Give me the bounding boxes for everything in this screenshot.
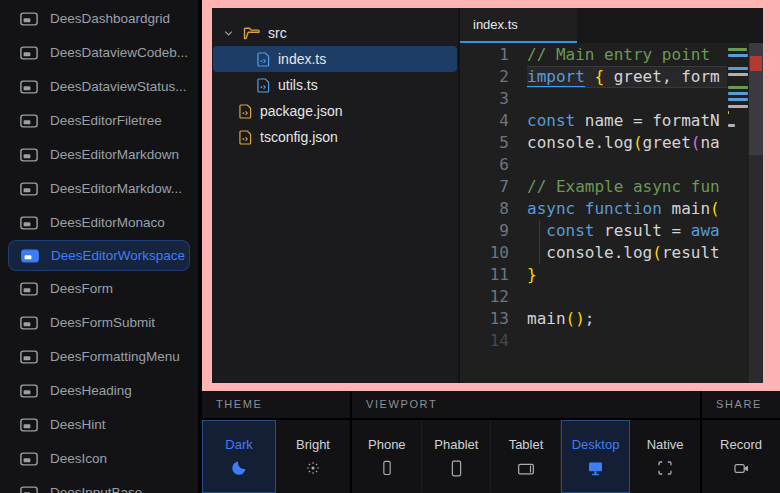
folder-open-icon — [243, 26, 260, 41]
filetree-row-label: package.json — [260, 103, 343, 119]
filetree-row-src[interactable]: src — [213, 20, 457, 46]
line-number-gutter: 1234567891011121314 — [460, 43, 517, 383]
sidebar-item-deesinputbase[interactable]: DeesInputBase — [8, 476, 190, 493]
filetree-row-label: utils.ts — [278, 77, 318, 93]
theme-dark-button[interactable]: Dark — [202, 420, 276, 493]
sidebar-item-deeseditormarkdow[interactable]: DeesEditorMarkdow... — [8, 172, 190, 205]
code-token: // Main entry point — [527, 45, 710, 64]
filetree-row-index-ts[interactable]: index.ts — [213, 46, 457, 72]
sidebar-item-deesdataviewcodeb[interactable]: DeesDataviewCodeb... — [8, 36, 190, 69]
component-icon — [20, 148, 38, 162]
sidebar-item-deeseditorworkspace[interactable]: DeesEditorWorkspace — [8, 240, 190, 271]
sidebar-item-label: DeesIcon — [50, 451, 107, 466]
component-icon — [20, 384, 38, 398]
line-number: 14 — [460, 330, 509, 352]
sidebar-item-label: DeesFormattingMenu — [50, 349, 180, 364]
code-content[interactable]: // Main entry pointimport { greet, formc… — [517, 43, 727, 383]
filetree-row-tsconfig-json[interactable]: tsconfig.json — [213, 124, 457, 150]
sidebar-item-deesicon[interactable]: DeesIcon — [8, 442, 190, 475]
sidebar-item-deesdashboardgrid[interactable]: DeesDashboardgrid — [8, 2, 190, 35]
sidebar-item-deeshint[interactable]: DeesHint — [8, 408, 190, 441]
phone-icon — [378, 459, 396, 477]
code-token: // Example async fun — [527, 177, 720, 196]
sidebar-item-label: DeesDashboardgrid — [50, 11, 170, 26]
code-token: const — [546, 221, 594, 240]
sidebar-item-deesheading[interactable]: DeesHeading — [8, 374, 190, 407]
sidebar-item-deesformsubmit[interactable]: DeesFormSubmit — [8, 306, 190, 339]
sidebar-item-deesdataviewstatus[interactable]: DeesDataviewStatus... — [8, 70, 190, 103]
theme-bright-button[interactable]: Bright — [276, 420, 350, 493]
code-token: main — [527, 309, 566, 328]
sidebar-item-label: DeesEditorMarkdow... — [50, 181, 182, 196]
desktop-icon — [586, 459, 605, 478]
sidebar-item-deeseditormarkdown[interactable]: DeesEditorMarkdown — [8, 138, 190, 171]
sun-icon — [304, 459, 322, 477]
code-line[interactable] — [527, 88, 727, 110]
theme-section: Dark Bright — [202, 420, 350, 493]
code-line[interactable]: const result = awa — [527, 220, 727, 242]
code-line[interactable]: // Example async fun — [527, 176, 727, 198]
component-icon — [21, 249, 39, 263]
code-line[interactable]: } — [527, 264, 727, 286]
file-ts-icon — [257, 52, 270, 67]
component-icon — [20, 350, 38, 364]
code-token — [527, 221, 546, 240]
minimap-line — [728, 117, 748, 120]
share-record-button[interactable]: Record — [702, 420, 780, 493]
code-line[interactable] — [527, 154, 727, 176]
code-line[interactable]: console.log(result — [527, 242, 727, 264]
code-line[interactable] — [527, 286, 727, 308]
minimap-line — [728, 86, 748, 89]
filetree-row-utils-ts[interactable]: utils.ts — [213, 72, 457, 98]
sidebar-item-deeseditorfiletree[interactable]: DeesEditorFiletree — [8, 104, 190, 137]
code-line[interactable] — [527, 330, 727, 352]
code-line[interactable]: async function main( — [527, 198, 727, 220]
minimap-line — [728, 92, 748, 95]
code-line[interactable]: main(); — [527, 308, 727, 330]
component-icon — [20, 216, 38, 230]
code-token: greet — [643, 133, 691, 152]
toolbar-button-label: Record — [720, 437, 762, 452]
editor-scrollbar[interactable] — [749, 43, 763, 383]
code-line[interactable]: console.log(greet(na — [527, 132, 727, 154]
scrollbar-change-marker — [750, 56, 762, 71]
code-token — [575, 199, 585, 218]
code-line[interactable]: // Main entry point — [527, 44, 727, 66]
line-number: 12 — [460, 286, 509, 308]
code-token: main — [662, 199, 710, 218]
sidebar-item-label: DeesDataviewStatus... — [50, 79, 187, 94]
code-token: na — [700, 133, 719, 152]
code-token: result — [662, 243, 720, 262]
tab-index-ts[interactable]: index.ts — [460, 8, 577, 43]
viewport-phone-button[interactable]: Phone — [352, 420, 422, 493]
code-token: import — [527, 67, 585, 87]
file-json-icon — [239, 104, 252, 119]
code-token: name = formatN — [575, 111, 720, 130]
sidebar-item-deeseditormonaco[interactable]: DeesEditorMonaco — [8, 206, 190, 239]
component-icon — [20, 46, 38, 60]
share-section: Record — [702, 420, 780, 493]
line-number: 4 — [460, 110, 509, 132]
sidebar-item-deesformattingmenu[interactable]: DeesFormattingMenu — [8, 340, 190, 373]
toolbar-button-label: Phablet — [434, 437, 478, 452]
line-number: 7 — [460, 176, 509, 198]
toolbar-button-label: Native — [647, 437, 684, 452]
viewport-phablet-button[interactable]: Phablet — [422, 420, 492, 493]
viewport-section: Phone Phablet Tablet Desktop Native — [352, 420, 700, 493]
file-json-icon — [239, 130, 252, 145]
minimap[interactable] — [727, 43, 749, 383]
filetree-row-package-json[interactable]: package.json — [213, 98, 457, 124]
viewport-desktop-button[interactable]: Desktop — [561, 420, 631, 493]
line-number: 10 — [460, 242, 509, 264]
sidebar-item-deesform[interactable]: DeesForm — [8, 272, 190, 305]
code-line[interactable]: import { greet, form — [527, 66, 727, 88]
viewport-native-button[interactable]: Native — [630, 420, 700, 493]
code-token: awa — [691, 221, 720, 240]
code-line[interactable]: const name = formatN — [527, 110, 727, 132]
chevron-down-icon[interactable] — [223, 28, 235, 39]
line-number: 2 — [460, 66, 509, 88]
native-icon — [656, 459, 674, 477]
viewport-tablet-button[interactable]: Tablet — [491, 420, 561, 493]
line-number: 11 — [460, 264, 509, 286]
code-area[interactable]: 1234567891011121314 // Main entry pointi… — [460, 43, 763, 383]
